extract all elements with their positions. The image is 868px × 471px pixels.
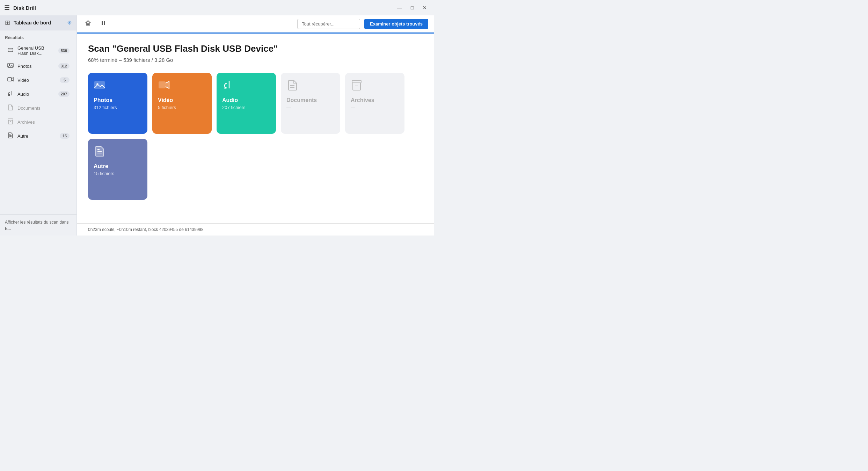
card-documents[interactable]: Documents — <box>281 73 340 134</box>
sidebar-item-video-badge: 5 <box>60 77 70 83</box>
card-photos-icon <box>94 79 105 94</box>
dashboard-item[interactable]: ⊞ Tableau de bord ✳ <box>0 15 76 30</box>
sidebar-item-audio[interactable]: Audio 207 <box>2 87 74 101</box>
sidebar-item-autre-badge: 15 <box>60 133 70 139</box>
maximize-button[interactable]: □ <box>407 3 417 13</box>
card-photos-name: Photos <box>94 97 112 103</box>
svg-rect-6 <box>8 119 13 120</box>
examine-button[interactable]: Examiner objets trouvés <box>364 19 428 29</box>
card-video[interactable]: Vidéo 5 fichiers <box>152 73 212 134</box>
sidebar-item-autre[interactable]: Autre 15 <box>2 129 74 143</box>
card-video-icon <box>158 79 170 94</box>
close-button[interactable]: ✕ <box>420 3 430 13</box>
card-audio[interactable]: Audio 207 fichiers <box>217 73 276 134</box>
results-section-label: Résultats <box>0 30 76 42</box>
card-documents-icon <box>286 79 298 94</box>
sidebar-item-usb-label: General USB Flash Disk... <box>17 45 55 56</box>
card-archives[interactable]: Archives — <box>345 73 404 134</box>
minimize-button[interactable]: — <box>395 3 404 13</box>
usb-icon <box>7 47 14 55</box>
dashboard-label: Tableau de bord <box>14 20 64 26</box>
card-audio-icon <box>222 79 234 94</box>
sidebar-item-archives-label: Archives <box>17 119 70 125</box>
loading-spinner-icon: ✳ <box>67 20 72 26</box>
card-video-name: Vidéo <box>158 97 173 103</box>
card-photos-count: 312 fichiers <box>94 105 117 110</box>
pause-button[interactable] <box>98 18 109 30</box>
card-archives-count: — <box>351 105 355 110</box>
toolbar: Examiner objets trouvés <box>77 15 434 34</box>
card-autre[interactable]: Autre 15 fichiers <box>88 139 147 200</box>
card-autre-icon <box>94 145 105 160</box>
card-autre-count: 15 fichiers <box>94 171 114 176</box>
sidebar-item-usb-badge: 539 <box>58 48 70 53</box>
card-photos[interactable]: Photos 312 fichiers <box>88 73 147 134</box>
sidebar-item-photos[interactable]: Photos 312 <box>2 59 74 73</box>
scan-title: Scan "General USB Flash Disk USB Device" <box>88 43 423 54</box>
sidebar-item-photos-label: Photos <box>17 64 55 69</box>
card-documents-count: — <box>286 105 291 110</box>
svg-rect-2 <box>8 63 13 67</box>
dashboard-icon: ⊞ <box>5 19 10 27</box>
sidebar-item-autre-label: Autre <box>17 133 56 139</box>
sidebar-item-archives[interactable]: Archives <box>2 115 74 129</box>
svg-rect-20 <box>352 80 361 83</box>
audio-icon <box>7 90 14 98</box>
svg-rect-12 <box>104 21 105 25</box>
title-bar: ☰ Disk Drill — □ ✕ <box>0 0 434 15</box>
svg-point-17 <box>224 87 226 89</box>
card-documents-name: Documents <box>286 97 317 103</box>
window-controls: — □ ✕ <box>395 3 430 13</box>
sidebar-item-video[interactable]: Vidéo 5 <box>2 73 74 87</box>
scan-progress: 68% terminé – 539 fichiers / 3,28 Go <box>88 57 423 63</box>
archives-icon <box>7 118 14 126</box>
show-scan-results-link[interactable]: Afficher les résultats du scan dans E... <box>5 220 69 231</box>
svg-rect-15 <box>159 81 166 88</box>
svg-rect-13 <box>94 81 105 89</box>
photos-icon <box>7 62 14 70</box>
app-body: ⊞ Tableau de bord ✳ Résultats General US… <box>0 15 434 236</box>
card-archives-icon <box>351 79 363 94</box>
card-autre-name: Autre <box>94 163 108 169</box>
card-audio-count: 207 fichiers <box>222 105 245 110</box>
status-bar: 0h23m écoulé, ~0h10m restant, block 4203… <box>77 223 434 236</box>
sidebar-item-documents-label: Documents <box>17 106 70 111</box>
sidebar-item-audio-label: Audio <box>17 92 55 97</box>
sidebar: ⊞ Tableau de bord ✳ Résultats General US… <box>0 15 77 236</box>
main-content: Scan "General USB Flash Disk USB Device"… <box>77 34 434 223</box>
sidebar-item-audio-badge: 207 <box>58 91 70 97</box>
sidebar-item-video-label: Vidéo <box>17 78 56 83</box>
status-text: 0h23m écoulé, ~0h10m restant, block 4203… <box>88 227 204 232</box>
svg-rect-4 <box>8 78 12 81</box>
card-archives-name: Archives <box>351 97 374 103</box>
sidebar-item-usb[interactable]: General USB Flash Disk... 539 <box>2 43 74 59</box>
menu-icon[interactable]: ☰ <box>4 4 10 12</box>
svg-rect-11 <box>102 21 103 25</box>
card-video-count: 5 fichiers <box>158 105 176 110</box>
video-icon <box>7 76 14 84</box>
sidebar-footer: Afficher les résultats du scan dans E... <box>0 214 76 236</box>
sidebar-item-documents[interactable]: Documents <box>2 101 74 115</box>
autre-icon <box>7 132 14 140</box>
category-cards-grid: Photos 312 fichiers Vidéo 5 fichiers <box>88 73 423 200</box>
sidebar-item-photos-badge: 312 <box>58 63 70 69</box>
documents-icon <box>7 104 14 112</box>
search-input[interactable] <box>297 19 360 29</box>
app-title: Disk Drill <box>13 5 391 11</box>
card-audio-name: Audio <box>222 97 238 103</box>
home-button[interactable] <box>82 18 94 30</box>
